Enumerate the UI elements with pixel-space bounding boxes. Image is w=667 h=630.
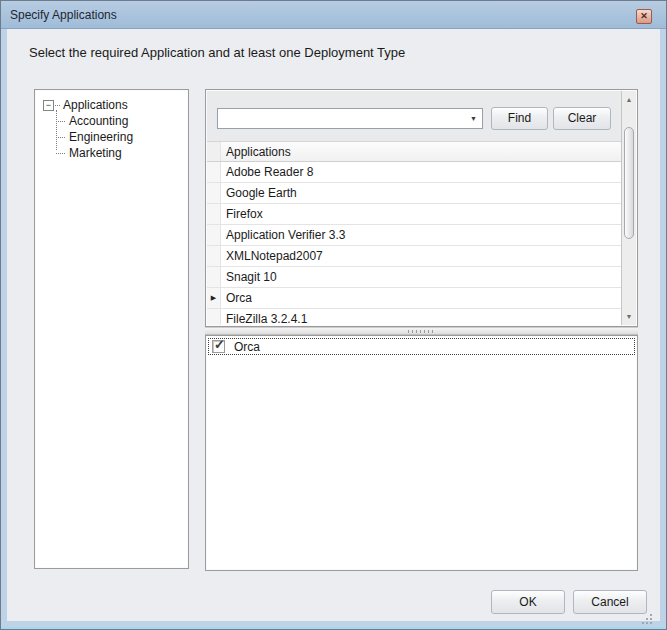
table-header-row: Applications xyxy=(207,142,622,162)
tree-connector xyxy=(56,137,65,138)
collapse-icon[interactable]: − xyxy=(43,100,54,111)
deployment-type-label: Orca xyxy=(234,340,260,354)
window-title: Specify Applications xyxy=(10,8,117,22)
table-cell: Google Earth xyxy=(221,183,622,203)
table-row[interactable]: Snagit 10 xyxy=(207,267,622,288)
row-indicator xyxy=(207,309,221,325)
row-indicator xyxy=(207,183,221,203)
row-indicator-header xyxy=(207,142,221,161)
applications-tree: − Applications Accounting Engineering xyxy=(35,90,188,161)
table-cell: Application Verifier 3.3 xyxy=(221,225,622,245)
tree-node-accounting[interactable]: Accounting xyxy=(56,113,188,129)
table-row[interactable]: Firefox xyxy=(207,204,622,225)
dialog-body: Select the required Application and at l… xyxy=(7,29,660,621)
specify-applications-dialog: Specify Applications ✕ Select the requir… xyxy=(0,0,667,630)
splitter-grip-icon xyxy=(408,330,436,333)
row-indicator xyxy=(207,162,221,182)
tree-root-label: Applications xyxy=(63,98,128,112)
tree-node-engineering[interactable]: Engineering xyxy=(56,129,188,145)
vertical-scrollbar[interactable]: ▲ ▼ xyxy=(621,91,636,325)
find-button[interactable]: Find xyxy=(491,107,548,130)
scroll-up-icon[interactable]: ▲ xyxy=(622,92,636,107)
table-cell: Snagit 10 xyxy=(221,267,622,287)
table-row[interactable]: Adobe Reader 8 xyxy=(207,162,622,183)
table-row[interactable]: FileZilla 3.2.4.1 xyxy=(207,309,622,325)
column-header-applications: Applications xyxy=(221,142,622,161)
row-pointer-icon: ▶ xyxy=(211,294,216,302)
table-cell: Adobe Reader 8 xyxy=(221,162,622,182)
splitter-handle[interactable] xyxy=(205,327,638,335)
row-indicator: ▶ xyxy=(207,288,221,308)
row-indicator xyxy=(207,204,221,224)
deployment-type-item[interactable]: ✓ Orca xyxy=(208,338,635,355)
tree-child-label: Marketing xyxy=(69,146,122,160)
instruction-text: Select the required Application and at l… xyxy=(29,45,405,60)
titlebar: Specify Applications ✕ xyxy=(1,1,666,29)
deployment-type-panel: ✓ Orca xyxy=(205,335,638,571)
applications-tree-panel: − Applications Accounting Engineering xyxy=(34,89,189,569)
ok-button[interactable]: OK xyxy=(491,590,565,614)
cancel-button[interactable]: Cancel xyxy=(573,590,647,614)
clear-button[interactable]: Clear xyxy=(553,107,611,130)
table-row[interactable]: XMLNotepad2007 xyxy=(207,246,622,267)
tree-connector xyxy=(56,153,65,154)
scrollbar-thumb[interactable] xyxy=(624,127,634,239)
window-frame-edge xyxy=(1,627,666,629)
close-icon[interactable]: ✕ xyxy=(636,9,652,24)
tree-connector xyxy=(55,105,60,106)
chevron-down-icon[interactable]: ▼ xyxy=(470,115,477,122)
table-cell: FileZilla 3.2.4.1 xyxy=(221,309,622,325)
search-input[interactable] xyxy=(220,110,460,127)
table-cell: XMLNotepad2007 xyxy=(221,246,622,266)
tree-children: Accounting Engineering Marketing xyxy=(56,113,188,161)
tree-child-label: Engineering xyxy=(69,130,133,144)
checkbox-checked[interactable]: ✓ xyxy=(212,340,225,353)
table-row[interactable]: Application Verifier 3.3 xyxy=(207,225,622,246)
tree-node-applications[interactable]: − Applications xyxy=(43,97,188,113)
tree-node-marketing[interactable]: Marketing xyxy=(56,145,188,161)
tree-child-label: Accounting xyxy=(69,114,128,128)
search-combobox[interactable]: ▼ xyxy=(217,108,483,129)
table-cell: Orca xyxy=(221,288,622,308)
row-indicator xyxy=(207,246,221,266)
resize-grip-icon[interactable] xyxy=(650,614,652,616)
check-icon: ✓ xyxy=(214,337,225,352)
table-row-selected[interactable]: ▶ Orca xyxy=(207,288,622,309)
table-cell: Firefox xyxy=(221,204,622,224)
scroll-down-icon[interactable]: ▼ xyxy=(622,309,636,324)
tree-connector xyxy=(56,121,65,122)
row-indicator xyxy=(207,267,221,287)
applications-table: Applications Adobe Reader 8 Google Earth… xyxy=(207,141,622,325)
applications-panel: ▼ Find Clear Applications Adobe Reader 8… xyxy=(205,89,638,327)
table-row[interactable]: Google Earth xyxy=(207,183,622,204)
row-indicator xyxy=(207,225,221,245)
